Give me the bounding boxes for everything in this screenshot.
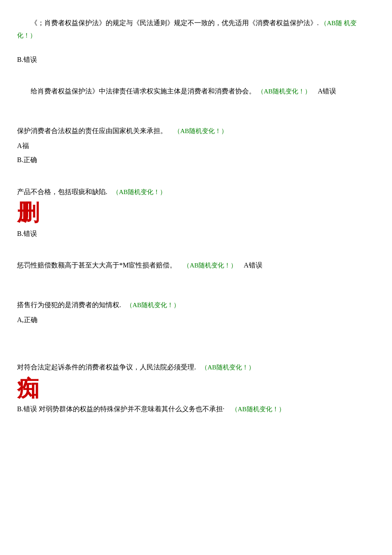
section-7-text: 对符合法定起诉条件的消费者权益争议，人民法院必须受理. （AB随机变化！）: [17, 361, 375, 374]
section-5: 惩罚性赔偿数额高于甚至大大高于*M宦性损者赔偿。 （AB随机变化！） A错误: [17, 259, 375, 272]
section-3-text: 保护消费者合法权益的责任应由国家机关来承担。 （AB随机变化！）: [17, 125, 375, 137]
section-7-b-label: B.: [17, 405, 23, 413]
section-1: 《；肖费者权益保护法》的规定与《民法通则》规定不一致的，优先适用《消费者权益保护…: [17, 17, 375, 66]
section-4-b-text: 错误: [23, 230, 37, 237]
section-4-main: 产品不合格，包括瑕疵和缺陷.: [17, 188, 107, 195]
section-1-answer-text: 错误: [23, 56, 37, 63]
section-7-b-text: 错误 对弱势群体的权益的特殊保护并不意味着其什么义务也不承担·: [23, 405, 225, 413]
section-3-main: 保护消费者合法权益的责任应由国家机关来承担。: [17, 127, 167, 134]
section-3-answer-a: A福: [17, 140, 375, 152]
section-3-b-label: B.: [17, 156, 23, 163]
section-3-b-text: 正确: [23, 156, 37, 163]
section-7-big-char: 痴: [17, 376, 375, 401]
section-6-main: 搭售行为侵犯的是消费者的知情权.: [17, 301, 121, 308]
section-6: 搭售行为侵犯的是消费者的知情权. （AB随机变化！） A,正确: [17, 299, 375, 326]
section-4-text: 产品不合格，包括瑕疵和缺陷. （AB随机变化！）: [17, 186, 375, 198]
section-1-main: 《；肖费者权益保护法》的规定与《民法通则》规定不一致的，优先适用《消费者权益保护…: [31, 19, 319, 26]
section-5-main: 惩罚性赔偿数额高于甚至大大高于*M宦性损者赔偿。: [17, 262, 176, 269]
section-1-answer: B.错误: [17, 54, 375, 66]
section-6-a-label: A,: [17, 316, 24, 323]
section-3-answer-b: B.正确: [17, 154, 375, 166]
section-7-answer-b: B.错误 对弱势群体的权益的特殊保护并不意味着其什么义务也不承担· （AB随机变…: [17, 403, 375, 416]
section-3-a-text: 福: [22, 142, 29, 149]
section-3-a-label: A: [17, 142, 22, 149]
section-4-answer-b: B.错误: [17, 228, 375, 240]
section-3: 保护消费者合法权益的责任应由国家机关来承担。 （AB随机变化！） A福 B.正确: [17, 125, 375, 166]
section-3-ab-tag: （AB随机变化！）: [174, 128, 228, 134]
section-4-b-label: B.: [17, 230, 23, 237]
section-1-answer-label: B.: [17, 56, 23, 63]
section-6-text: 搭售行为侵犯的是消费者的知情权. （AB随机变化！）: [17, 299, 375, 311]
section-4-big-char: 删: [17, 200, 375, 225]
section-7-main: 对符合法定起诉条件的消费者权益争议，人民法院必须受理.: [17, 363, 196, 371]
section-1-text: 《；肖费者权益保护法》的规定与《民法通则》规定不一致的，优先适用《消费者权益保护…: [17, 17, 375, 42]
section-4-ab-tag: （AB随机变化！）: [112, 189, 166, 195]
section-4: 产品不合格，包括瑕疵和缺陷. （AB随机变化！） 删 B.错误: [17, 186, 375, 240]
section-2-main: 给肖费者权益保护法》中法律责任请求权实施主体是消费者和消费者协会。: [31, 87, 256, 95]
section-2-ab-tag: （AB随机变化！）: [257, 88, 311, 95]
section-2: 给肖费者权益保护法》中法律责任请求权实施主体是消费者和消费者协会。 （AB随机变…: [17, 85, 375, 98]
section-2-text: 给肖费者权益保护法》中法律责任请求权实施主体是消费者和消费者协会。 （AB随机变…: [17, 85, 375, 98]
section-7: 对符合法定起诉条件的消费者权益争议，人民法院必须受理. （AB随机变化！） 痴 …: [17, 361, 375, 416]
section-7-b-ab-tag: （AB随机变化！）: [231, 406, 285, 413]
section-6-a-text: 正确: [24, 316, 37, 323]
section-6-ab-tag: （AB随机变化！）: [126, 302, 180, 308]
section-5-ab-tag2: A错误: [244, 262, 262, 269]
section-6-answer-a: A,正确: [17, 314, 375, 326]
section-5-ab-tag: （AB随机变化！）: [183, 262, 237, 269]
section-7-ab-tag: （AB随机变化！）: [201, 364, 255, 371]
section-5-text: 惩罚性赔偿数额高于甚至大大高于*M宦性损者赔偿。 （AB随机变化！） A错误: [17, 259, 375, 272]
section-2-ab-tag2: A错误: [318, 87, 337, 95]
